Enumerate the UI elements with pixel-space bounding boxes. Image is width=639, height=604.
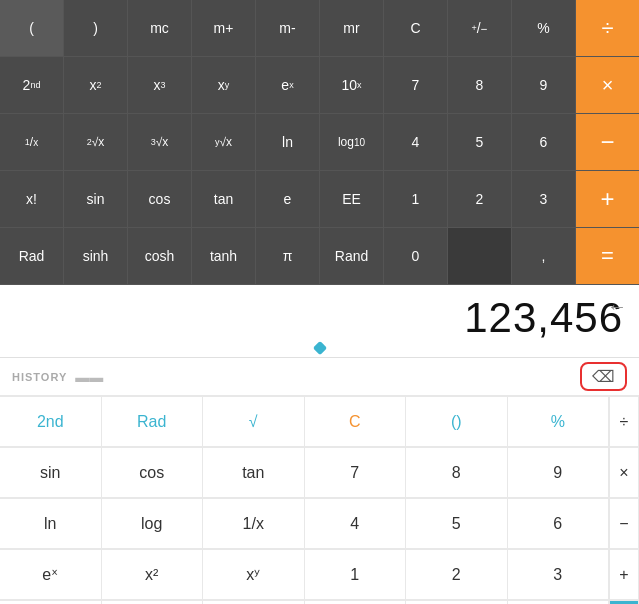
backspace-button-container[interactable]: ⌫	[580, 362, 627, 391]
btn-sqrt2[interactable]: 2√x	[64, 114, 127, 170]
bot-btn-sym-r0c4[interactable]: ()	[406, 396, 508, 446]
btn-multiply[interactable]: ×	[576, 57, 639, 113]
bottom-row-3: lnlog1/x456−	[0, 497, 639, 548]
btn-mr[interactable]: mr	[320, 0, 383, 56]
btn-rad[interactable]: Rad	[0, 228, 63, 284]
bot-btn-sym-r0c5[interactable]: %	[508, 396, 610, 446]
btn-x2[interactable]: x2	[64, 57, 127, 113]
btn-add[interactable]: +	[576, 171, 639, 227]
bot-btn-op-r4[interactable]: =	[609, 600, 639, 604]
bot-btn-6-r2c5[interactable]: 6	[508, 498, 610, 548]
btn-divide[interactable]: ÷	[576, 0, 639, 56]
bot-btn-1-r3c3[interactable]: 1	[305, 549, 407, 599]
history-bar: HISTORY ▬▬ ⌫	[0, 357, 639, 395]
btn-1x[interactable]: 1/x	[0, 114, 63, 170]
bottom-row-2: sincostan789×	[0, 446, 639, 497]
bot-btn-ln-r2c0[interactable]: ln	[0, 498, 102, 548]
btn-sqrty[interactable]: y√x	[192, 114, 255, 170]
btn-cosh[interactable]: cosh	[128, 228, 191, 284]
bot-btn-op-r3[interactable]: +	[609, 549, 639, 599]
bot-btn-op-r2[interactable]: −	[609, 498, 639, 548]
bottom-row-4: eˣx²xʸ123+	[0, 548, 639, 599]
bot-btn-4-r2c3[interactable]: 4	[305, 498, 407, 548]
bottom-row-1: 2ndRad√C()%÷	[0, 395, 639, 446]
scientific-calculator: ( ) mc m+ m- mr C +/− % ÷ 2nd x2 x3 xy e…	[0, 0, 639, 285]
bot-btn-cos-r1c1[interactable]: cos	[102, 447, 204, 497]
bot-btn-0-r4c4[interactable]: 0	[406, 600, 508, 604]
bot-btn-2nd-r0c0[interactable]: 2nd	[0, 396, 102, 446]
btn-close-paren[interactable]: )	[64, 0, 127, 56]
history-list-icon: ▬▬	[75, 369, 103, 385]
btn-pi[interactable]: π	[256, 228, 319, 284]
bot-btn-8-r1c4[interactable]: 8	[406, 447, 508, 497]
bot-btn-3-r3c5[interactable]: 3	[508, 549, 610, 599]
btn-xy[interactable]: xy	[192, 57, 255, 113]
btn-empty1	[448, 228, 511, 284]
btn-mc[interactable]: mc	[128, 0, 191, 56]
btn-10x[interactable]: 10x	[320, 57, 383, 113]
btn-comma[interactable]: ,	[512, 228, 575, 284]
btn-4[interactable]: 4	[384, 114, 447, 170]
btn-sqrt3[interactable]: 3√x	[128, 114, 191, 170]
backspace-icon: ⌫	[592, 367, 615, 386]
btn-tan[interactable]: tan	[192, 171, 255, 227]
bot-btn-5-r2c4[interactable]: 5	[406, 498, 508, 548]
btn-3[interactable]: 3	[512, 171, 575, 227]
btn-rand[interactable]: Rand	[320, 228, 383, 284]
btn-6[interactable]: 6	[512, 114, 575, 170]
btn-2[interactable]: 2	[448, 171, 511, 227]
btn-equals-top[interactable]: =	[576, 228, 639, 284]
btn-e[interactable]: e	[256, 171, 319, 227]
bot-btn-op-r0[interactable]: ÷	[609, 396, 639, 446]
btn-ex[interactable]: ex	[256, 57, 319, 113]
btn-ln[interactable]: ln	[256, 114, 319, 170]
bot-btn-1x-r2c2[interactable]: 1/x	[203, 498, 305, 548]
bot-btn-sin-r1c0[interactable]: sin	[0, 447, 102, 497]
btn-percent[interactable]: %	[512, 0, 575, 56]
bot-btn-7-r1c3[interactable]: 7	[305, 447, 407, 497]
bot-btn-x-r4c0[interactable]: |x|	[0, 600, 102, 604]
btn-factorial[interactable]: x!	[0, 171, 63, 227]
bot-btn-e-r3c0[interactable]: eˣ	[0, 549, 102, 599]
btn-7[interactable]: 7	[384, 57, 447, 113]
btn-clear[interactable]: C	[384, 0, 447, 56]
bot-btn-sym-r4c5[interactable]: .	[508, 600, 610, 604]
btn-1[interactable]: 1	[384, 171, 447, 227]
backspace-box[interactable]: ⌫	[580, 362, 627, 391]
bottom-row-5: |x|πe+/−0.=	[0, 599, 639, 604]
btn-mminus[interactable]: m-	[256, 0, 319, 56]
btn-5[interactable]: 5	[448, 114, 511, 170]
btn-sinh[interactable]: sinh	[64, 228, 127, 284]
bot-btn-2-r3c4[interactable]: 2	[406, 549, 508, 599]
bot-btn-x-r3c2[interactable]: xʸ	[203, 549, 305, 599]
btn-sin[interactable]: sin	[64, 171, 127, 227]
btn-cos[interactable]: cos	[128, 171, 191, 227]
btn-tanh[interactable]: tanh	[192, 228, 255, 284]
bot-btn-log-r2c1[interactable]: log	[102, 498, 204, 548]
btn-open-paren[interactable]: (	[0, 0, 63, 56]
bot-btn-rad-r0c1[interactable]: Rad	[102, 396, 204, 446]
btn-plusminus[interactable]: +/−	[448, 0, 511, 56]
btn-mplus[interactable]: m+	[192, 0, 255, 56]
btn-x3[interactable]: x3	[128, 57, 191, 113]
btn-ee[interactable]: EE	[320, 171, 383, 227]
bot-btn-9-r1c5[interactable]: 9	[508, 447, 610, 497]
bot-btn-op-r1[interactable]: ×	[609, 447, 639, 497]
bot-btn-e-r4c2[interactable]: e	[203, 600, 305, 604]
bot-btn-sym-r4c1[interactable]: π	[102, 600, 204, 604]
bot-btn-c-r0c3[interactable]: C	[305, 396, 407, 446]
bot-btn-sym-r0c2[interactable]: √	[203, 396, 305, 446]
cursor-diamond-icon	[312, 341, 326, 355]
back-arrow-area: ←	[607, 295, 627, 318]
bot-btn-x-r3c1[interactable]: x²	[102, 549, 204, 599]
bot-btn-tan-r1c2[interactable]: tan	[203, 447, 305, 497]
bot-btn-sym-r4c3[interactable]: +/−	[305, 600, 407, 604]
btn-log10[interactable]: log10	[320, 114, 383, 170]
btn-9[interactable]: 9	[512, 57, 575, 113]
back-arrow-icon: ←	[607, 295, 627, 318]
btn-8[interactable]: 8	[448, 57, 511, 113]
btn-0[interactable]: 0	[384, 228, 447, 284]
btn-subtract[interactable]: −	[576, 114, 639, 170]
btn-2nd[interactable]: 2nd	[0, 57, 63, 113]
display-number: 123,456	[16, 295, 623, 341]
